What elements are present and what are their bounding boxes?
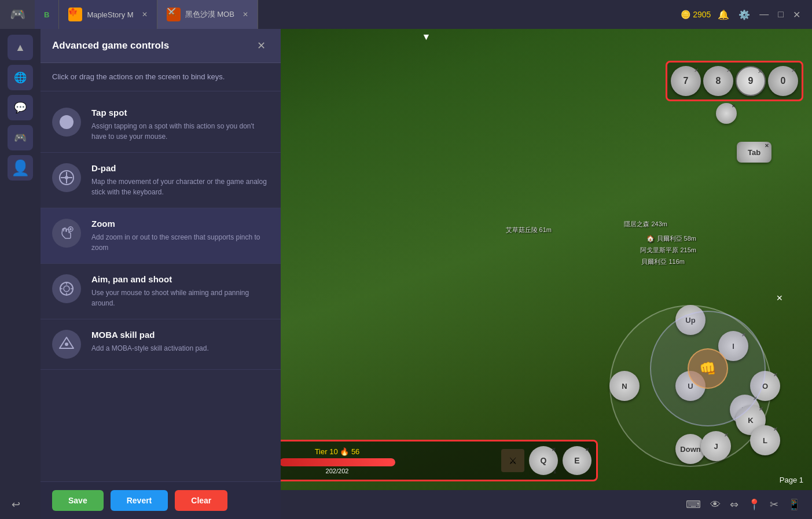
sidebar-item-gamepad[interactable]: 🎮 bbox=[8, 125, 33, 150]
top-bar: 🎮 B 🍁 MapleStory M ✕ ⚔️ 黑色沙漠 MOB ✕ 🪙 290… bbox=[0, 0, 812, 29]
app-logo: 🎮 bbox=[0, 0, 35, 29]
map-icon[interactable]: 📍 bbox=[745, 496, 763, 513]
dpad-icon bbox=[52, 163, 81, 192]
sidebar-item-avatar[interactable]: 👤 bbox=[8, 155, 33, 181]
notification-icon[interactable]: 🔔 bbox=[715, 7, 732, 23]
control-moba[interactable]: MOBA skill pad Add a MOBA-style skill ac… bbox=[41, 319, 281, 370]
blackdesert-tab-label: 黑色沙漠 MOB bbox=[185, 9, 234, 20]
maplestory-icon: 🍁 bbox=[68, 8, 82, 21]
keyboard-icon[interactable]: ⌨ bbox=[684, 496, 703, 513]
tap-spot-info: Tap spot Assign tapping on a spot with t… bbox=[91, 108, 269, 142]
gamepad-icon: 🎮 bbox=[14, 131, 27, 144]
dpad-name: D-pad bbox=[91, 163, 269, 173]
chevron-up-icon: ▲ bbox=[15, 42, 25, 54]
coin-display: 🪙 2905 bbox=[681, 10, 711, 19]
clear-button[interactable]: Clear bbox=[175, 490, 227, 511]
sidebar-item-1[interactable]: ▲ bbox=[8, 35, 33, 60]
dpad-svg bbox=[58, 169, 75, 186]
tap-spot-icon bbox=[52, 108, 81, 137]
maplestory-tab-close[interactable]: ✕ bbox=[142, 10, 148, 19]
tab-bar: B 🍁 MapleStory M ✕ ⚔️ 黑色沙漠 MOB ✕ bbox=[35, 0, 671, 29]
dropdown-arrow[interactable]: ▼ bbox=[422, 32, 431, 42]
tab-bluestacks[interactable]: B bbox=[35, 0, 59, 29]
avatar-icon: 👤 bbox=[11, 159, 30, 177]
aim-info: Aim, pan and shoot Use your mouse to sho… bbox=[91, 274, 269, 308]
coin-icon: 🪙 bbox=[681, 10, 690, 19]
sidebar-item-globe[interactable]: 🌐 bbox=[8, 65, 33, 90]
eye-icon[interactable]: 👁 bbox=[708, 496, 723, 513]
close-icon[interactable]: ✕ bbox=[791, 7, 803, 23]
tab-blackdesert[interactable]: ⚔️ 黑色沙漠 MOB ✕ bbox=[157, 0, 258, 29]
aim-desc: Use your mouse to shoot while aiming and… bbox=[91, 288, 269, 308]
panel-scroll-area[interactable]: Tap spot Assign tapping on a spot with t… bbox=[41, 91, 281, 482]
revert-button[interactable]: Revert bbox=[111, 490, 168, 511]
zoom-svg bbox=[58, 224, 75, 242]
mobile-icon[interactable]: 📱 bbox=[785, 496, 803, 513]
svg-point-15 bbox=[65, 343, 68, 346]
sidebar-item-chat[interactable]: 💬 bbox=[8, 95, 33, 120]
tap-spot-svg bbox=[58, 114, 75, 130]
aim-svg bbox=[58, 280, 75, 297]
panel-title: Advanced game controls bbox=[52, 40, 169, 51]
panel-close-button[interactable]: ✕ bbox=[253, 38, 269, 53]
panel-subtitle: Click or drag the actions on the screen … bbox=[41, 63, 281, 91]
aim-name: Aim, pan and shoot bbox=[91, 274, 269, 284]
tap-spot-desc: Assign tapping on a spot with this actio… bbox=[91, 121, 269, 142]
dpad-desc: Map the movement of your character or th… bbox=[91, 176, 269, 197]
blackdesert-icon: ⚔️ bbox=[167, 8, 181, 21]
advanced-controls-panel: Advanced game controls ✕ Click or drag t… bbox=[41, 29, 281, 519]
bottom-bar-right: ⌨ 👁 ⇔ 📍 ✂ 📱 bbox=[684, 496, 803, 513]
moba-desc: Add a MOBA-style skill activation pad. bbox=[91, 343, 269, 354]
svg-point-0 bbox=[60, 115, 74, 129]
tab-b-label: B bbox=[44, 10, 49, 19]
moba-info: MOBA skill pad Add a MOBA-style skill ac… bbox=[91, 330, 269, 354]
coin-amount: 2905 bbox=[693, 10, 711, 19]
zoom-icon bbox=[52, 219, 81, 248]
aim-icon bbox=[52, 274, 81, 303]
moba-name: MOBA skill pad bbox=[91, 330, 269, 340]
scissors-icon[interactable]: ✂ bbox=[767, 496, 781, 513]
minimize-icon[interactable]: — bbox=[757, 7, 771, 22]
control-dpad[interactable]: D-pad Map the movement of your character… bbox=[41, 153, 281, 208]
dpad-info: D-pad Map the movement of your character… bbox=[91, 163, 269, 197]
back-icon[interactable]: ↩ bbox=[9, 496, 23, 513]
left-sidebar: ▲ 🌐 💬 🎮 👤 bbox=[0, 29, 41, 519]
tap-spot-name: Tap spot bbox=[91, 108, 269, 117]
control-tap-spot[interactable]: Tap spot Assign tapping on a spot with t… bbox=[41, 97, 281, 153]
maximize-icon[interactable]: □ bbox=[776, 7, 786, 22]
settings-icon[interactable]: ⚙️ bbox=[736, 7, 752, 23]
svg-point-9 bbox=[64, 286, 69, 292]
globe-icon: 🌐 bbox=[14, 71, 27, 84]
zoom-name: Zoom bbox=[91, 219, 269, 229]
moba-icon bbox=[52, 330, 81, 359]
zoom-desc: Add zoom in or out to the screen that su… bbox=[91, 232, 269, 253]
maplestory-tab-label: MapleStory M bbox=[87, 10, 133, 19]
blackdesert-tab-close[interactable]: ✕ bbox=[243, 10, 248, 19]
panel-footer: Save Revert Clear bbox=[41, 481, 281, 519]
zoom-info: Zoom Add zoom in or out to the screen th… bbox=[91, 219, 269, 253]
top-bar-right: 🪙 2905 🔔 ⚙️ — □ ✕ bbox=[671, 7, 812, 23]
chat-icon: 💬 bbox=[14, 101, 27, 114]
bottom-bar-left: ↩ bbox=[9, 496, 23, 513]
panel-header: Advanced game controls ✕ bbox=[41, 29, 281, 63]
save-button[interactable]: Save bbox=[52, 490, 104, 511]
control-aim[interactable]: Aim, pan and shoot Use your mouse to sho… bbox=[41, 264, 281, 319]
resize-icon[interactable]: ⇔ bbox=[728, 496, 741, 513]
svg-point-4 bbox=[65, 176, 68, 179]
moba-svg bbox=[58, 336, 75, 353]
control-zoom[interactable]: Zoom Add zoom in or out to the screen th… bbox=[41, 208, 281, 264]
tab-maplestory[interactable]: 🍁 MapleStory M ✕ bbox=[59, 0, 157, 29]
